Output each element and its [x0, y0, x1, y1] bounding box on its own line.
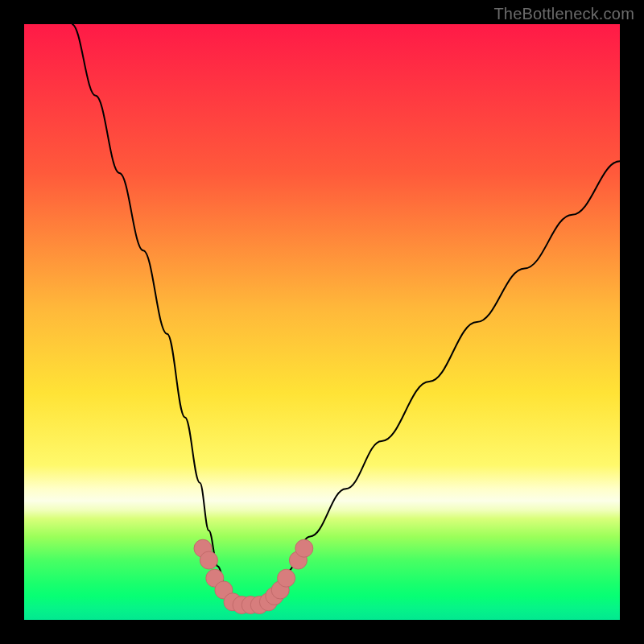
- chart-frame: TheBottleneck.com: [0, 0, 644, 644]
- curve-marker: [200, 551, 217, 569]
- bottleneck-curve: [72, 24, 620, 608]
- plot-area: [24, 24, 620, 620]
- curve-marker: [295, 539, 313, 557]
- curve-markers: [194, 539, 313, 613]
- curve-layer: [24, 24, 620, 620]
- curve-marker: [278, 569, 295, 587]
- watermark-text: TheBottleneck.com: [493, 5, 634, 23]
